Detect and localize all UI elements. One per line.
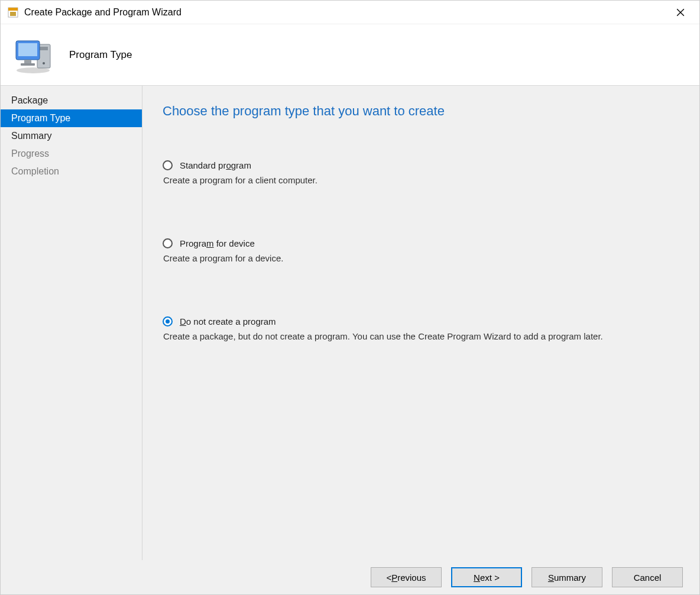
cancel-button[interactable]: Cancel <box>612 567 683 587</box>
main-heading: Choose the program type that you want to… <box>163 104 682 119</box>
sidebar-item-package[interactable]: Package <box>1 92 142 109</box>
summary-button[interactable]: Summary <box>532 567 602 587</box>
next-button[interactable]: Next > <box>451 567 522 587</box>
option-desc-program-for-device: Create a program for a device. <box>163 253 682 263</box>
radio-label-do-not-create[interactable]: Do not create a program <box>180 316 276 326</box>
wizard-sidebar: Package Program Type Summary Progress Co… <box>1 86 142 560</box>
svg-rect-1 <box>8 8 18 11</box>
radio-standard-program[interactable] <box>163 160 173 170</box>
wizard-header: Program Type <box>1 24 699 86</box>
window-title: Create Package and Program Wizard <box>24 7 669 18</box>
svg-rect-7 <box>40 47 48 50</box>
option-desc-standard-program: Create a program for a client computer. <box>163 175 682 185</box>
wizard-window: Create Package and Program Wizard Progra… <box>0 0 700 595</box>
computer-package-icon <box>12 36 54 74</box>
wizard-body: Package Program Type Summary Progress Co… <box>1 86 699 560</box>
svg-rect-12 <box>21 63 35 66</box>
radio-do-not-create[interactable] <box>163 316 173 326</box>
sidebar-item-completion: Completion <box>1 163 142 180</box>
option-desc-do-not-create: Create a package, but do not create a pr… <box>163 331 682 341</box>
svg-rect-10 <box>18 43 37 56</box>
app-icon <box>8 7 18 18</box>
title-bar: Create Package and Program Wizard <box>1 1 699 24</box>
option-standard-program: Standard program Create a program for a … <box>163 160 682 185</box>
close-button[interactable] <box>669 1 692 24</box>
previous-button[interactable]: < Previous <box>371 567 442 587</box>
radio-label-program-for-device[interactable]: Program for device <box>180 238 255 248</box>
close-icon <box>676 8 685 17</box>
radio-label-standard-program[interactable]: Standard program <box>180 160 251 170</box>
radio-program-for-device[interactable] <box>163 238 173 248</box>
sidebar-item-summary[interactable]: Summary <box>1 127 142 145</box>
option-program-for-device: Program for device Create a program for … <box>163 238 682 263</box>
svg-point-8 <box>43 62 45 64</box>
svg-rect-2 <box>10 12 16 16</box>
svg-rect-11 <box>24 60 31 63</box>
sidebar-item-program-type[interactable]: Program Type <box>1 109 142 127</box>
wizard-footer: < Previous Next > Summary Cancel <box>1 560 699 594</box>
sidebar-item-progress: Progress <box>1 145 142 163</box>
wizard-main: Choose the program type that you want to… <box>142 86 699 560</box>
option-do-not-create: Do not create a program Create a package… <box>163 316 682 341</box>
page-title: Program Type <box>69 49 132 61</box>
